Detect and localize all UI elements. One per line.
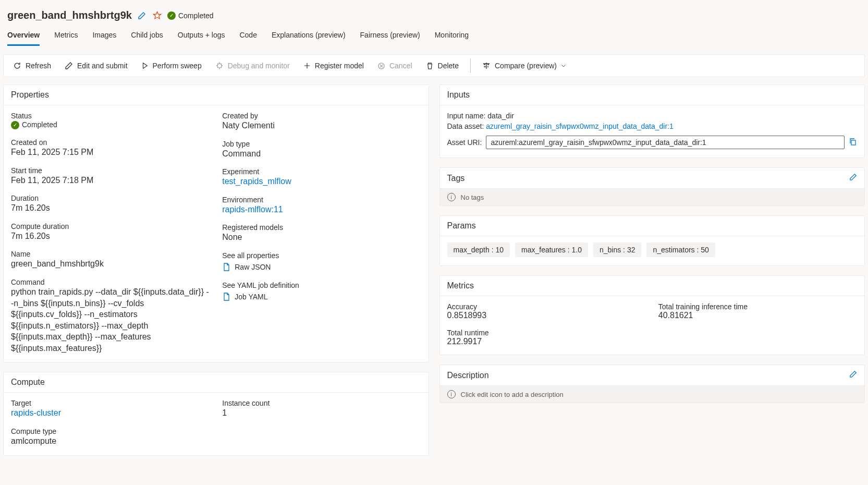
job-yaml-link[interactable]: Job YAML — [222, 293, 267, 301]
register-model-button[interactable]: Register model — [297, 58, 370, 73]
tags-card: Tags i No tags — [439, 167, 865, 206]
favorite-star-icon[interactable] — [152, 10, 163, 21]
metric-label: Accuracy — [447, 302, 646, 311]
cancel-circle-icon — [377, 62, 385, 70]
svg-point-2 — [217, 64, 222, 68]
experiment-label: Experiment — [222, 167, 421, 176]
status-label: Status — [11, 112, 210, 120]
properties-title: Properties — [4, 85, 429, 105]
delete-button[interactable]: Delete — [420, 58, 465, 73]
compare-icon — [482, 62, 491, 70]
created-by-value: Naty Clementi — [222, 120, 421, 131]
duration-value: 7m 16.20s — [11, 202, 210, 214]
pencil-icon — [65, 62, 73, 70]
plus-icon — [303, 62, 311, 69]
input-name-text: Input name: data_dir — [447, 112, 858, 120]
svg-rect-4 — [851, 140, 855, 145]
copy-icon[interactable] — [849, 138, 857, 148]
perform-sweep-button[interactable]: Perform sweep — [135, 58, 208, 73]
tab-fairness[interactable]: Fairness (preview) — [360, 31, 420, 46]
instance-count-value: 1 — [222, 407, 421, 419]
compute-type-value: amlcompute — [11, 435, 210, 447]
status-text: Completed — [178, 11, 214, 20]
tab-bar: Overview Metrics Images Child jobs Outpu… — [3, 23, 865, 46]
raw-json-link[interactable]: Raw JSON — [222, 263, 271, 271]
edit-tags-icon[interactable] — [849, 173, 857, 183]
target-label: Target — [11, 399, 210, 407]
command-label: Command — [11, 278, 210, 286]
status-value: Completed — [22, 120, 57, 130]
tab-code[interactable]: Code — [239, 31, 256, 46]
target-link[interactable]: rapids-cluster — [11, 407, 210, 419]
debug-monitor-button: Debug and monitor — [209, 58, 296, 73]
page-title: green_band_hmshbrtg9k — [7, 9, 132, 21]
environment-label: Environment — [222, 196, 421, 204]
properties-card: Properties Status ✓ Completed — [3, 84, 429, 362]
compute-duration-value: 7m 16.20s — [11, 231, 210, 242]
inputs-title: Inputs — [440, 85, 865, 105]
registered-models-label: Registered models — [222, 223, 421, 232]
edit-submit-button[interactable]: Edit and submit — [58, 58, 134, 73]
info-icon: i — [447, 193, 456, 201]
tab-child-jobs[interactable]: Child jobs — [131, 31, 163, 46]
compute-type-label: Compute type — [11, 427, 210, 435]
description-card: Description i Click edit icon to add a d… — [439, 365, 865, 403]
param-chip: n_estimators : 50 — [646, 242, 715, 257]
instance-count-label: Instance count — [222, 399, 421, 407]
registered-models-value: None — [222, 232, 421, 243]
bug-icon — [215, 62, 224, 70]
tab-explanations[interactable]: Explanations (preview) — [272, 31, 346, 46]
svg-marker-0 — [154, 11, 161, 18]
environment-link[interactable]: rapids-mlflow:11 — [222, 204, 421, 215]
metric-value: 212.9917 — [447, 337, 646, 346]
metrics-title: Metrics — [440, 276, 865, 296]
job-type-label: Job type — [222, 140, 421, 148]
toolbar: Refresh Edit and submit Perform sweep De… — [3, 54, 865, 77]
command-value: python train_rapids.py --data_dir ${{inp… — [11, 286, 210, 354]
play-icon — [141, 62, 149, 69]
metric-value: 40.81621 — [658, 311, 857, 320]
compare-button[interactable]: Compare (preview) — [476, 58, 572, 73]
asset-uri-field[interactable]: azureml:azureml_gray_raisin_sfwpwx0wmz_i… — [486, 136, 845, 149]
param-chip: n_bins : 32 — [593, 242, 642, 257]
refresh-button[interactable]: Refresh — [7, 58, 57, 73]
job-type-value: Command — [222, 148, 421, 160]
check-circle-icon: ✓ — [167, 11, 176, 20]
toolbar-divider — [470, 58, 471, 73]
asset-uri-label: Asset URI: — [447, 138, 482, 147]
created-by-label: Created by — [222, 112, 421, 120]
tab-images[interactable]: Images — [92, 31, 116, 46]
trash-icon — [426, 62, 434, 70]
tab-metrics[interactable]: Metrics — [54, 31, 78, 46]
file-icon — [222, 293, 230, 301]
check-circle-icon: ✓ — [11, 121, 19, 129]
start-time-label: Start time — [11, 166, 210, 175]
name-label: Name — [11, 250, 210, 258]
file-icon — [222, 263, 230, 271]
data-asset-label: Data asset: — [447, 122, 486, 130]
param-chip: max_features : 1.0 — [515, 242, 588, 257]
metric-label: Total runtime — [447, 329, 646, 337]
metric-label: Total training inference time — [658, 302, 857, 311]
status-badge: ✓ Completed — [167, 11, 214, 20]
no-tags-bar: i No tags — [440, 189, 865, 205]
edit-title-icon[interactable] — [136, 10, 148, 21]
data-asset-link[interactable]: azureml_gray_raisin_sfwpwx0wmz_input_dat… — [486, 122, 674, 130]
tab-outputs-logs[interactable]: Outputs + logs — [178, 31, 225, 46]
duration-label: Duration — [11, 194, 210, 202]
chevron-down-icon — [561, 63, 566, 68]
inputs-card: Inputs Input name: data_dir Data asset: … — [439, 84, 865, 158]
tab-overview[interactable]: Overview — [7, 31, 40, 46]
cancel-button: Cancel — [371, 58, 419, 73]
params-card: Params max_depth : 10 max_features : 1.0… — [439, 215, 865, 266]
created-on-value: Feb 11, 2025 7:15 PM — [11, 147, 210, 158]
start-time-value: Feb 11, 2025 7:18 PM — [11, 175, 210, 186]
info-icon: i — [447, 390, 456, 398]
experiment-link[interactable]: test_rapids_mlflow — [222, 176, 421, 187]
metric-value: 0.8518993 — [447, 311, 646, 320]
tab-monitoring[interactable]: Monitoring — [435, 31, 469, 46]
compute-title: Compute — [4, 372, 429, 393]
name-value: green_band_hmshbrtg9k — [11, 258, 210, 270]
see-all-label: See all properties — [222, 251, 421, 260]
edit-description-icon[interactable] — [849, 370, 857, 380]
